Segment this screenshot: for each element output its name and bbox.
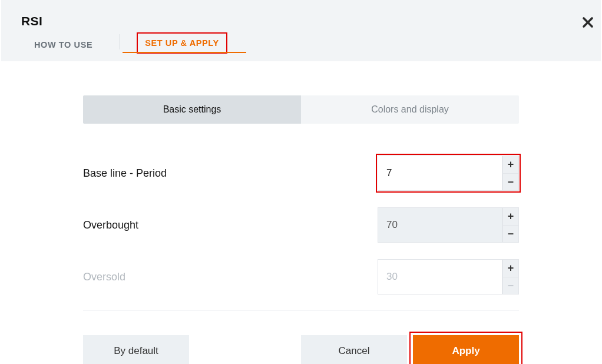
divider bbox=[83, 310, 519, 310]
input-baseline-period[interactable] bbox=[378, 155, 502, 191]
stepper-baseline-period: + – bbox=[378, 155, 519, 191]
decrement-button[interactable]: – bbox=[502, 225, 519, 243]
nav-tabs: HOW TO USE SET UP & APPLY bbox=[1, 28, 601, 61]
label-overbought: Overbought bbox=[83, 219, 138, 231]
segmented-control: Basic settings Colors and display bbox=[83, 95, 519, 124]
dialog-footer: By default Cancel Apply bbox=[83, 335, 519, 364]
close-icon[interactable] bbox=[582, 15, 594, 32]
dialog-body: Basic settings Colors and display Base l… bbox=[83, 95, 519, 364]
stepper-oversold: + – bbox=[378, 259, 519, 294]
segment-colors-display[interactable]: Colors and display bbox=[301, 95, 519, 124]
stepper-buttons: + – bbox=[502, 259, 519, 294]
label-oversold: Oversold bbox=[83, 271, 125, 283]
row-baseline-period: Base line - Period + – bbox=[83, 154, 519, 192]
stepper-buttons: + – bbox=[502, 155, 519, 191]
cancel-button[interactable]: Cancel bbox=[301, 335, 407, 364]
decrement-button[interactable]: – bbox=[502, 173, 519, 191]
label-baseline-period: Base line - Period bbox=[83, 167, 167, 180]
dialog-header: RSI HOW TO USE SET UP & APPLY bbox=[1, 0, 601, 61]
nav-divider bbox=[120, 34, 120, 49]
row-overbought: Overbought + – bbox=[83, 206, 519, 244]
increment-button[interactable]: + bbox=[502, 155, 519, 173]
apply-button[interactable]: Apply bbox=[413, 335, 519, 364]
stepper-overbought: + – bbox=[378, 207, 519, 243]
dialog-title: RSI bbox=[21, 14, 601, 28]
title-row: RSI bbox=[1, 0, 601, 28]
tab-how-to-use[interactable]: HOW TO USE bbox=[28, 28, 98, 61]
segment-basic-settings[interactable]: Basic settings bbox=[83, 95, 301, 124]
input-overbought[interactable] bbox=[378, 207, 502, 243]
settings-rows: Base line - Period + – Overbought + – Ov… bbox=[83, 154, 519, 296]
tab-set-up-apply[interactable]: SET UP & APPLY bbox=[137, 32, 227, 54]
by-default-button[interactable]: By default bbox=[83, 335, 189, 364]
decrement-button: – bbox=[502, 277, 519, 295]
stepper-buttons: + – bbox=[502, 207, 519, 243]
increment-button[interactable]: + bbox=[502, 207, 519, 225]
input-oversold bbox=[378, 259, 502, 294]
increment-button[interactable]: + bbox=[502, 259, 519, 277]
row-oversold: Oversold + – bbox=[83, 258, 519, 296]
